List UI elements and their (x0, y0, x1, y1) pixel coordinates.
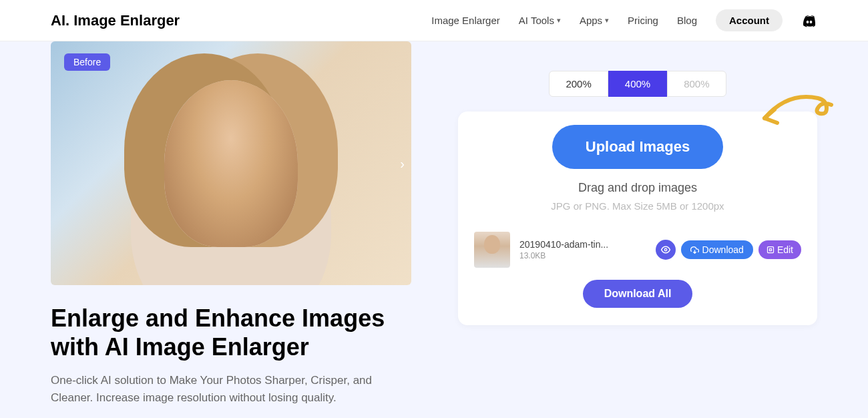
zoom-200[interactable]: 200% (549, 71, 608, 97)
file-size: 13.0KB (519, 251, 646, 260)
left-column: Before › Enlarge and Enhance Images with… (51, 41, 411, 406)
main: Before › Enlarge and Enhance Images with… (0, 41, 868, 406)
svg-rect-1 (767, 247, 773, 253)
file-name: 20190410-adam-tin... (519, 239, 646, 250)
nav-apps[interactable]: Apps ▾ (580, 15, 609, 26)
nav-ai-tools-label: AI Tools (519, 15, 554, 26)
chevron-down-icon: ▾ (557, 16, 561, 25)
account-button[interactable]: Account (716, 9, 783, 31)
arrow-doodle-icon (754, 81, 841, 142)
upload-button[interactable]: Upload Images (552, 125, 723, 169)
headline: Enlarge and Enhance Images with AI Image… (51, 304, 411, 361)
nav-ai-tools[interactable]: AI Tools ▾ (519, 15, 561, 26)
file-actions: Download Edit (656, 240, 801, 260)
download-button[interactable]: Download (681, 240, 753, 259)
download-label: Download (702, 244, 744, 255)
preview-button[interactable] (656, 240, 676, 260)
zoom-800[interactable]: 800% (667, 71, 726, 97)
header: AI. Image Enlarger Image Enlarger AI Too… (0, 0, 868, 41)
file-row: 20190410-adam-tin... 13.0KB Download Edi… (471, 228, 804, 280)
nav: Image Enlarger AI Tools ▾ Apps ▾ Pricing… (431, 9, 817, 31)
edit-icon (767, 246, 775, 254)
eye-icon (661, 245, 670, 254)
discord-icon[interactable] (801, 13, 817, 29)
hint-text: JPG or PNG. Max Size 5MB or 1200px (471, 200, 804, 212)
before-badge: Before (64, 53, 110, 71)
logo[interactable]: AI. Image Enlarger (51, 12, 180, 29)
file-thumbnail (474, 232, 510, 268)
subheadline: One-click AI solution to Make Your Photo… (51, 372, 411, 406)
nav-pricing[interactable]: Pricing (628, 15, 658, 26)
upload-card: Upload Images Drag and drop images JPG o… (458, 112, 817, 325)
cloud-download-icon (690, 246, 699, 254)
file-info: 20190410-adam-tin... 13.0KB (519, 239, 646, 260)
drag-text: Drag and drop images (471, 181, 804, 195)
chevron-down-icon: ▾ (605, 16, 609, 25)
svg-point-0 (664, 248, 667, 251)
edit-button[interactable]: Edit (758, 240, 801, 259)
zoom-400[interactable]: 400% (608, 71, 667, 97)
nav-blog[interactable]: Blog (677, 15, 697, 26)
download-all-button[interactable]: Download All (583, 280, 693, 308)
hero-image: Before › (51, 41, 411, 285)
edit-label: Edit (777, 244, 793, 255)
nav-image-enlarger[interactable]: Image Enlarger (431, 15, 500, 26)
nav-apps-label: Apps (580, 15, 602, 26)
carousel-next-icon[interactable]: › (400, 156, 405, 171)
